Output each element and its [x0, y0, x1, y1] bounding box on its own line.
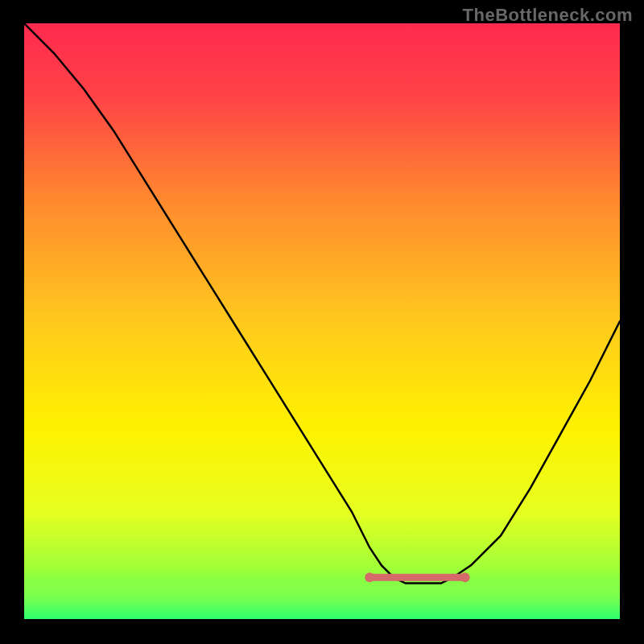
- gradient-background: [24, 23, 620, 619]
- watermark: TheBottleneck.com: [463, 5, 633, 26]
- chart-svg: [24, 23, 620, 619]
- plot-area: [24, 23, 620, 619]
- marker-dot-1: [460, 572, 470, 582]
- bottleneck-chart: TheBottleneck.com: [0, 0, 644, 644]
- marker-dot-0: [365, 572, 374, 582]
- optimal-band: [24, 580, 620, 619]
